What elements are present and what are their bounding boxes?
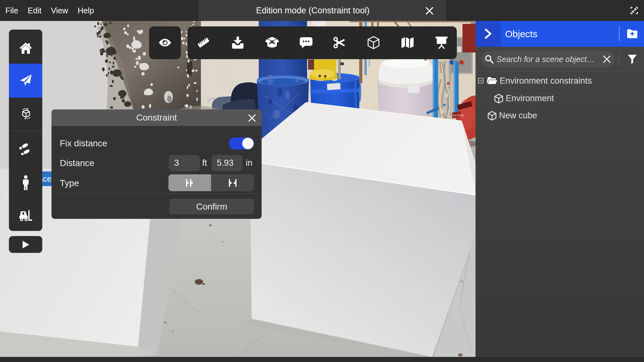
svg-text:EXTROL: EXTROL [453,114,464,117]
